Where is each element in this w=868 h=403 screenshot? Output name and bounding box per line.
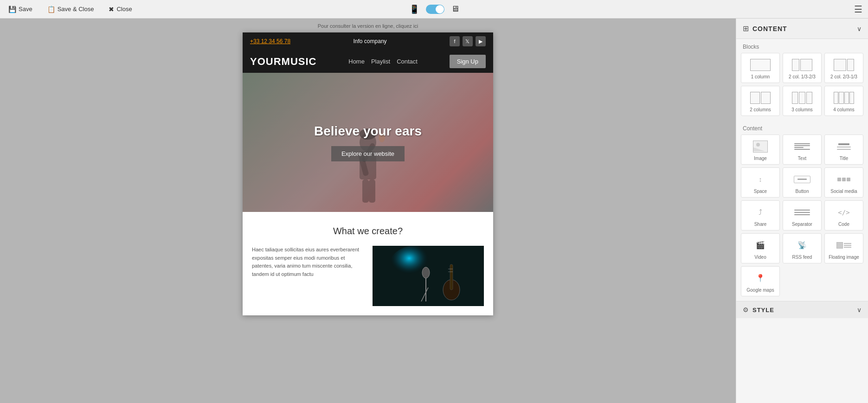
block-2col-1323-icon — [791, 58, 814, 72]
block-separator-label: Separator — [792, 222, 812, 227]
block-share-icon: ⤴ — [749, 205, 772, 219]
block-2col-2313[interactable]: 2 col. 2/3-1/3 — [824, 53, 863, 83]
block-social-icon — [832, 173, 855, 186]
block-video-icon: 🎬 — [749, 238, 772, 252]
svg-point-9 — [389, 246, 440, 288]
block-maps[interactable]: 📍 Google maps — [741, 266, 780, 296]
close-icon: ✖ — [109, 6, 114, 13]
site-logo: YOURMUSIC — [250, 56, 316, 68]
nav-home[interactable]: Home — [348, 58, 365, 65]
block-rss[interactable]: 📡 RSS feed — [783, 233, 822, 263]
content-image — [373, 246, 484, 306]
content-grid: Haec taliaque sollicitas eius aures ever… — [252, 246, 484, 306]
site-content: What we create? Haec taliaque sollicitas… — [243, 212, 493, 315]
close-button[interactable]: ✖ Close — [106, 4, 135, 15]
menu-icon[interactable]: ☰ — [854, 4, 862, 15]
block-button-icon — [791, 173, 814, 186]
save-button[interactable]: 💾 Save — [6, 4, 35, 15]
block-social-label: Social media — [830, 189, 857, 194]
twitter-icon[interactable]: 𝕏 — [463, 36, 473, 46]
device-toggle[interactable] — [426, 5, 444, 14]
panel-collapse-button[interactable]: ∨ — [857, 25, 862, 32]
block-title-icon — [832, 140, 855, 154]
youtube-icon[interactable]: ▶ — [476, 36, 486, 46]
save-close-icon: 📋 — [47, 6, 55, 13]
mobile-device-button[interactable]: 📱 — [407, 3, 421, 15]
block-text-label: Text — [798, 156, 806, 161]
block-3col-icon — [791, 91, 814, 105]
site-company: Info company — [354, 38, 387, 45]
block-2col[interactable]: 2 columns — [741, 86, 780, 116]
block-rss-label: RSS feed — [792, 255, 812, 260]
style-label: STYLE — [752, 307, 774, 313]
block-share[interactable]: ⤴ Share — [741, 200, 780, 230]
section-title: What we create? — [252, 226, 484, 237]
block-2col-1323-label: 2 col. 1/3-2/3 — [789, 74, 816, 79]
block-social[interactable]: Social media — [824, 167, 863, 198]
signup-button[interactable]: Sign Up — [450, 55, 486, 68]
notice-link[interactable]: cliquez ici — [396, 23, 418, 29]
block-floating-label: Floating image — [829, 255, 859, 260]
site-nav: YOURMUSIC Home Playlist Contact Sign Up — [243, 50, 493, 73]
block-button-label: Button — [796, 189, 809, 194]
site-phone[interactable]: +33 12 34 56 78 — [250, 38, 290, 45]
block-button[interactable]: Button — [783, 167, 822, 198]
toolbar-right: ☰ — [854, 4, 862, 15]
svg-rect-14 — [450, 264, 453, 290]
desktop-device-button[interactable]: 🖥 — [449, 3, 461, 15]
block-floating[interactable]: Floating image — [824, 233, 863, 263]
save-label: Save — [19, 6, 32, 13]
block-rss-icon: 📡 — [791, 238, 814, 252]
block-text-icon — [791, 140, 814, 154]
block-separator-icon — [791, 205, 814, 219]
panel-grid-icon: ⊞ — [743, 24, 749, 33]
style-section-header[interactable]: ⚙ STYLE ∨ — [736, 301, 868, 318]
svg-point-12 — [422, 267, 430, 278]
facebook-icon[interactable]: f — [450, 36, 460, 46]
site-social: f 𝕏 ▶ — [450, 36, 486, 46]
block-space-label: Space — [754, 189, 767, 194]
block-text[interactable]: Text — [783, 134, 822, 165]
block-space-icon: ↕ — [749, 173, 772, 186]
block-4col[interactable]: 4 columns — [824, 86, 863, 116]
block-maps-icon: 📍 — [749, 271, 772, 285]
block-2col-1323[interactable]: 2 col. 1/3-2/3 — [783, 53, 822, 83]
block-space[interactable]: ↕ Space — [741, 167, 780, 198]
block-2col-label: 2 columns — [750, 107, 771, 112]
block-video-label: Video — [754, 255, 766, 260]
block-1col[interactable]: 1 column — [741, 53, 780, 83]
block-3col-label: 3 columns — [791, 107, 813, 112]
toolbar: 💾 Save 📋 Save & Close ✖ Close 📱 🖥 ☰ — [0, 0, 868, 19]
block-image[interactable]: Image — [741, 134, 780, 165]
block-1col-icon — [749, 58, 772, 72]
blocks-section-label: Blocks — [736, 39, 868, 53]
panel-header-left: ⊞ CONTENT — [743, 24, 787, 33]
block-2col-2313-label: 2 col. 2/3-1/3 — [830, 74, 857, 79]
content-blocks-grid: Image Text — [736, 134, 868, 301]
main-area: Pour consulter la version en ligne, cliq… — [0, 19, 868, 403]
notice-bar: Pour consulter la version en ligne, cliq… — [318, 23, 418, 29]
block-separator[interactable]: Separator — [783, 200, 822, 230]
block-code-label: Code — [838, 222, 849, 227]
block-code[interactable]: </> Code — [824, 200, 863, 230]
block-code-icon: </> — [832, 205, 855, 219]
block-3col[interactable]: 3 columns — [783, 86, 822, 116]
style-header-left: ⚙ STYLE — [743, 306, 774, 313]
block-maps-label: Google maps — [746, 288, 774, 293]
save-icon: 💾 — [8, 6, 16, 13]
save-close-label: Save & Close — [58, 6, 94, 13]
right-panel: ⊞ CONTENT ∨ Blocks 1 column — [736, 19, 868, 403]
svg-rect-5 — [362, 179, 369, 203]
nav-playlist[interactable]: Playlist — [371, 58, 390, 65]
block-title[interactable]: Title — [824, 134, 863, 165]
block-4col-label: 4 columns — [833, 107, 855, 112]
nav-links: Home Playlist Contact — [348, 58, 418, 65]
style-collapse-button[interactable]: ∨ — [857, 306, 862, 313]
notice-text: Pour consulter la version en ligne, — [318, 23, 395, 29]
hero-explore-button[interactable]: Explore our website — [331, 146, 405, 161]
device-switcher: 📱 🖥 — [407, 3, 461, 15]
nav-contact[interactable]: Contact — [397, 58, 418, 65]
block-title-label: Title — [840, 156, 849, 161]
save-close-button[interactable]: 📋 Save & Close — [45, 4, 97, 15]
block-video[interactable]: 🎬 Video — [741, 233, 780, 263]
